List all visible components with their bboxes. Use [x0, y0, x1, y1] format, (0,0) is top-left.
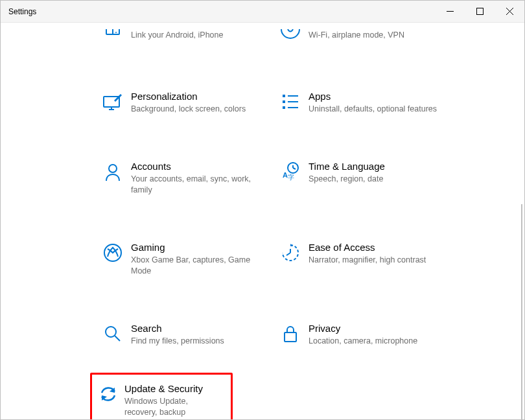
update-icon — [98, 384, 119, 404]
tile-title: Update & Security — [124, 382, 219, 395]
minimize-icon — [447, 8, 454, 15]
tile-desc: Link your Android, iPhone — [131, 30, 259, 41]
window-title: Settings — [8, 7, 36, 16]
tile-time-language[interactable]: A 字 Time & Language Speech, region, date — [272, 155, 467, 201]
tile-desc: Background, lock screen, colors — [131, 104, 259, 115]
tile-desc: Narrator, magnifier, high contrast — [309, 255, 459, 266]
tile-title: Ease of Access — [309, 241, 459, 254]
tile-title: Time & Language — [309, 160, 459, 173]
tile-desc: Your accounts, email, sync, work, family — [131, 174, 259, 196]
tile-desc: Location, camera, microphone — [309, 336, 459, 347]
maximize-button[interactable] — [465, 1, 495, 22]
tile-title: Search — [131, 322, 259, 335]
close-button[interactable] — [495, 1, 524, 22]
personalization-icon — [102, 91, 123, 112]
tile-accounts[interactable]: Accounts Your accounts, email, sync, wor… — [95, 155, 267, 201]
tile-desc: Windows Update, recovery, backup — [124, 396, 219, 418]
privacy-icon — [280, 323, 301, 344]
maximize-icon — [476, 8, 484, 15]
tile-phone[interactable]: Link your Android, iPhone — [95, 29, 267, 55]
svg-point-27 — [106, 327, 116, 337]
tile-gaming[interactable]: Gaming Xbox Game Bar, captures, Game Mod… — [95, 236, 267, 282]
tile-apps[interactable]: Apps Uninstall, defaults, optional featu… — [272, 85, 467, 120]
svg-rect-1 — [476, 8, 483, 15]
phone-icon — [102, 29, 123, 50]
svg-line-28 — [115, 336, 120, 341]
svg-line-20 — [293, 168, 296, 169]
svg-rect-29 — [285, 332, 296, 342]
tile-title: Privacy — [309, 322, 459, 335]
tile-title: Apps — [309, 90, 459, 103]
globe-icon — [280, 29, 301, 50]
svg-rect-15 — [283, 106, 285, 109]
tile-search[interactable]: Search Find my files, permissions — [95, 317, 267, 352]
tile-desc: Speech, region, date — [309, 174, 459, 185]
svg-point-17 — [109, 165, 117, 172]
svg-rect-11 — [283, 95, 285, 97]
svg-rect-13 — [283, 100, 285, 103]
svg-point-6 — [115, 32, 117, 33]
tile-update-security[interactable]: Update & Security Windows Update, recove… — [90, 373, 233, 419]
svg-text:字: 字 — [288, 174, 294, 181]
tile-privacy[interactable]: Privacy Location, camera, microphone — [272, 317, 467, 352]
tile-desc: Uninstall, defaults, optional features — [309, 104, 459, 115]
close-icon — [506, 8, 513, 15]
tile-ease-of-access[interactable]: Ease of Access Narrator, magnifier, high… — [272, 236, 467, 282]
tile-desc: Find my files, permissions — [131, 336, 259, 347]
tile-network[interactable]: Wi-Fi, airplane mode, VPN — [272, 29, 467, 55]
tile-desc: Wi-Fi, airplane mode, VPN — [309, 30, 459, 41]
gaming-icon — [102, 242, 123, 263]
titlebar: Settings — [1, 1, 524, 23]
svg-text:A: A — [283, 171, 288, 179]
tile-title: Gaming — [131, 241, 259, 254]
search-icon — [102, 323, 123, 344]
minimize-button[interactable] — [435, 1, 465, 22]
tile-personalization[interactable]: Personalization Background, lock screen,… — [95, 85, 267, 120]
accounts-icon — [102, 161, 123, 182]
window-controls — [435, 1, 524, 22]
tile-title: Accounts — [131, 160, 259, 173]
tile-desc: Xbox Game Bar, captures, Game Mode — [131, 255, 259, 277]
apps-icon — [280, 91, 301, 112]
settings-content: Link your Android, iPhone Wi-Fi, airplan… — [1, 23, 524, 419]
time-language-icon: A 字 — [280, 161, 301, 182]
svg-line-26 — [286, 253, 290, 255]
tile-title: Personalization — [131, 90, 259, 103]
ease-of-access-icon — [280, 242, 301, 263]
settings-grid: Link your Android, iPhone Wi-Fi, airplan… — [1, 23, 524, 419]
